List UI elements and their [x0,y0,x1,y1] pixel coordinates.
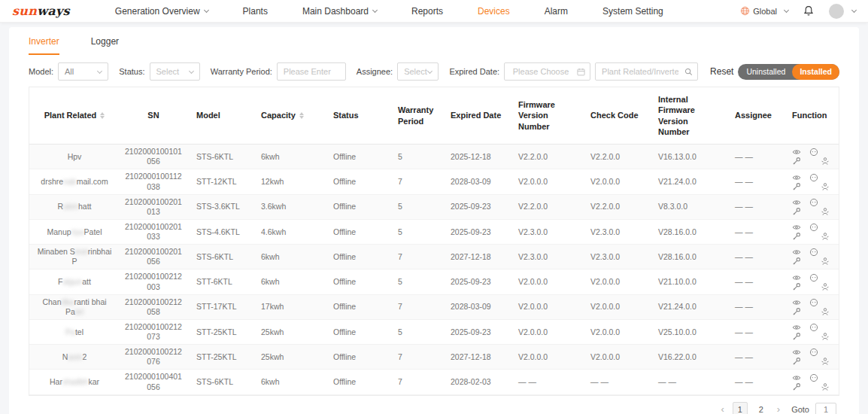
maintenance-icon[interactable] [792,307,801,316]
assign-icon[interactable] [821,182,830,191]
assign-icon[interactable] [821,207,830,216]
capacity-cell: 25kwh [252,350,324,364]
maintenance-icon[interactable] [792,207,801,216]
sn-cell: 2102000100201056 [120,245,187,269]
col-header-firmware-version-number: Firmware Version Number [509,87,581,144]
nav-item-plants[interactable]: Plants [243,6,268,17]
installed-toggle[interactable]: Uninstalled Installed [738,64,839,80]
nav-item-generation-overview[interactable]: Generation Overview [115,6,208,17]
chevron-down-icon [427,68,432,73]
view-icon[interactable] [792,373,801,382]
firmware-version-cell: V2.3.0.0 [509,250,581,264]
assign-icon[interactable] [821,257,830,266]
nav-item-devices[interactable]: Devices [478,6,510,17]
nav-item-main-dashboard[interactable]: Main Dashboard [302,6,377,17]
view-icon[interactable] [792,273,801,282]
tab-inverter[interactable]: Inverter [29,36,59,55]
status-select[interactable]: Select [150,62,200,81]
tab-logger[interactable]: Logger [91,36,119,55]
plant-name-text: Chan [42,297,61,306]
maintenance-icon[interactable] [792,332,801,341]
assign-icon[interactable] [821,332,830,341]
maintenance-icon[interactable] [792,382,801,391]
maintenance-icon[interactable] [792,282,801,291]
monitor-icon[interactable] [809,348,818,357]
search-icon[interactable] [684,68,697,76]
assign-icon[interactable] [821,382,830,391]
assign-icon[interactable] [821,157,830,166]
assign-icon[interactable] [821,282,830,291]
monitor-icon[interactable] [809,248,818,257]
sort-icon[interactable] [100,112,105,119]
maintenance-icon[interactable] [792,257,801,266]
monitor-icon[interactable] [809,148,818,157]
plant-related-cell: Navin2 [29,350,120,364]
monitor-icon[interactable] [809,198,818,207]
assign-icon[interactable] [821,357,830,366]
monitor-icon[interactable] [809,323,818,332]
chevron-down-icon [204,7,209,12]
sn-cell: 2102000100201013 [120,195,187,219]
view-icon[interactable] [792,223,801,232]
maintenance-icon[interactable] [792,357,801,366]
view-icon[interactable] [792,348,801,357]
view-icon[interactable] [792,173,801,182]
expired-date-picker[interactable] [504,62,590,81]
next-page-button[interactable]: › [775,403,782,414]
prev-page-button[interactable]: ‹ [718,403,726,414]
redacted-text: avin [68,352,82,361]
monitor-icon[interactable] [809,223,818,232]
monitor-icon[interactable] [809,373,818,382]
pagination: ‹12›Goto [9,396,859,414]
maintenance-icon[interactable] [792,232,801,241]
sn-line2: 073 [124,332,183,342]
user-menu[interactable] [829,4,856,19]
view-icon[interactable] [792,323,801,332]
view-icon[interactable] [792,248,801,257]
maintenance-icon[interactable] [792,157,801,166]
page-button-1[interactable]: 1 [733,402,748,414]
sn-search-box[interactable] [595,62,698,81]
maintenance-icon[interactable] [792,182,801,191]
assign-icon[interactable] [821,232,830,241]
assignee-select[interactable]: Select [397,62,439,81]
model-select[interactable]: All [58,62,108,81]
monitor-icon[interactable] [809,298,818,307]
table-row: Harshadbhkar2102000100401056STS-6KTL6kwh… [29,370,839,394]
assign-icon[interactable] [821,307,830,316]
plant-name-text: att [82,277,91,286]
logo[interactable]: sunways [12,4,70,18]
redacted-text: riya [71,227,84,236]
main-nav: Generation OverviewPlantsMain DashboardR… [115,6,663,17]
internal-firmware-version-cell: V21.24.0.0 [649,175,726,189]
nav-item-alarm[interactable]: Alarm [545,6,568,17]
toggle-installed-label[interactable]: Installed [792,64,839,80]
warranty-period-input[interactable] [277,62,346,81]
view-icon[interactable] [792,298,801,307]
status-cell: Offline [324,199,389,214]
toggle-uninstalled-label[interactable]: Uninstalled [738,67,792,76]
view-icon[interactable] [792,148,801,157]
notifications-bell[interactable] [803,5,814,17]
assignee-cell: — — [726,150,783,164]
nav-item-system-setting[interactable]: System Setting [602,6,663,17]
assignee-cell: — — [726,325,783,339]
sn-search-input[interactable] [596,63,684,80]
sn-line2: 056 [124,382,183,392]
goto-page-input[interactable] [815,403,836,414]
page-button-2[interactable]: 2 [754,402,769,414]
warranty-period-label: Warranty Period: [211,67,272,76]
monitor-icon[interactable] [809,173,818,182]
table-row: ManupriyaPatel2102000100201033STS-4.6KTL… [29,220,839,245]
sn-line2: 056 [124,157,183,166]
col-header-assignee: Assignee [726,87,783,144]
view-icon[interactable] [792,198,801,207]
monitor-icon[interactable] [809,273,818,282]
internal-firmware-version-cell: V28.16.0.0 [649,225,726,239]
check-code-cell: V2.0.0.0 [581,350,649,364]
expired-date-input[interactable] [505,63,577,80]
sort-icon[interactable] [299,112,304,119]
reset-button[interactable]: Reset [710,66,733,77]
nav-item-reports[interactable]: Reports [411,6,443,17]
region-selector[interactable]: Global [740,6,788,16]
